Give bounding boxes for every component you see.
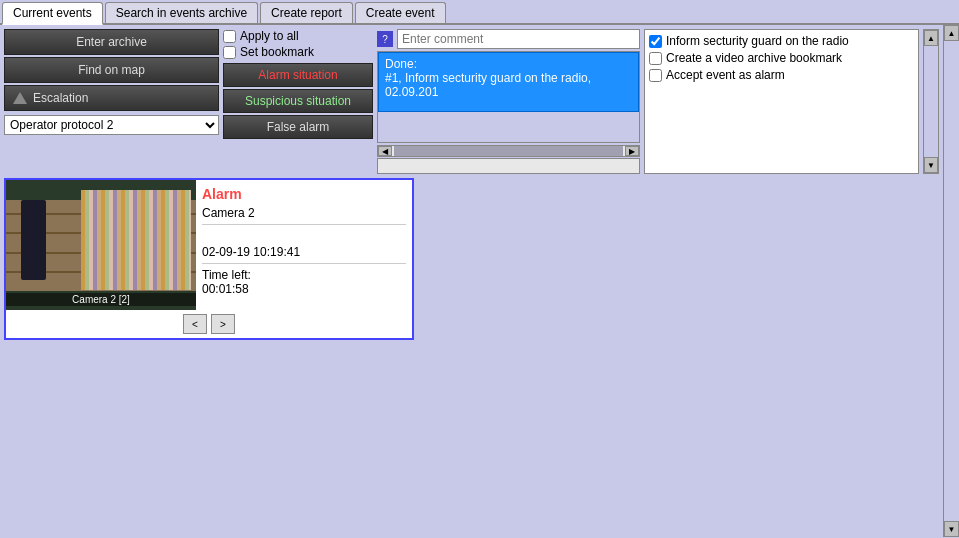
- right-checkbox-2-input[interactable]: [649, 69, 662, 82]
- set-bookmark-label: Set bookmark: [240, 45, 314, 59]
- done-container: Done: #1, Inform secturity guard on the …: [377, 51, 640, 143]
- find-on-map-button[interactable]: Find on map: [4, 57, 219, 83]
- right-checkbox-0-label: Inform secturity guard on the radio: [666, 34, 849, 48]
- checkboxes-row: Apply to all Set bookmark: [223, 29, 373, 59]
- escalation-icon: [13, 92, 27, 104]
- products: [81, 190, 191, 290]
- comment-section: ? Done: #1, Inform secturity guard on th…: [377, 29, 640, 174]
- comment-input[interactable]: [397, 29, 640, 49]
- escalation-label: Escalation: [33, 91, 88, 105]
- alarm-title: Alarm: [202, 186, 406, 202]
- right-checkbox-2[interactable]: Accept event as alarm: [649, 68, 914, 82]
- scroll-left-button[interactable]: ◀: [378, 146, 392, 156]
- cctv-image: Camera 2 [2]: [6, 180, 196, 310]
- global-scroll-down[interactable]: ▼: [944, 521, 959, 537]
- tab-search-archive[interactable]: Search in events archive: [105, 2, 258, 23]
- camera-nav: < >: [6, 310, 412, 338]
- camera-overlay-label: Camera 2 [2]: [6, 293, 196, 306]
- set-bookmark-input[interactable]: [223, 46, 236, 59]
- false-alarm-button[interactable]: False alarm: [223, 115, 373, 139]
- enter-archive-button[interactable]: Enter archive: [4, 29, 219, 55]
- right-checkbox-1-label: Create a video archive bookmark: [666, 51, 842, 65]
- horizontal-scrollbar[interactable]: ◀ ▶: [377, 145, 640, 157]
- escalation-button[interactable]: Escalation: [4, 85, 219, 111]
- done-spacer: [378, 112, 639, 142]
- done-label: Done:: [385, 57, 632, 71]
- scroll-right-button[interactable]: ▶: [625, 146, 639, 156]
- done-box: Done: #1, Inform secturity guard on the …: [378, 52, 639, 112]
- situation-buttons: Alarm situation Suspicious situation Fal…: [223, 63, 373, 139]
- camera-name: Camera 2: [202, 206, 406, 225]
- right-panel-scrollbar: ▲ ▼: [923, 29, 939, 174]
- comment-header: ?: [377, 29, 640, 49]
- info-spacer: [202, 229, 406, 245]
- done-text: #1, Inform secturity guard on the radio,…: [385, 71, 632, 99]
- bottom-section: Camera 2 [2] Alarm Camera 2 02-09-19 10:…: [4, 178, 939, 340]
- left-panel: Enter archive Find on map Escalation Ope…: [4, 29, 219, 174]
- content-area: Enter archive Find on map Escalation Ope…: [0, 25, 959, 344]
- right-checkbox-1-input[interactable]: [649, 52, 662, 65]
- right-checkbox-0[interactable]: Inform secturity guard on the radio: [649, 34, 914, 48]
- operator-select[interactable]: Operator protocol 2: [4, 115, 219, 135]
- comment-bottom-scroll: [377, 158, 640, 174]
- time-left-value: 00:01:58: [202, 282, 406, 296]
- help-button[interactable]: ?: [377, 31, 393, 47]
- global-scroll-up[interactable]: ▲: [944, 25, 959, 41]
- time-left-label: Time left:: [202, 268, 406, 282]
- checkboxes-and-buttons: Apply to all Set bookmark Alarm situatio…: [223, 29, 373, 174]
- alarm-situation-button[interactable]: Alarm situation: [223, 63, 373, 87]
- set-bookmark-checkbox[interactable]: Set bookmark: [223, 45, 373, 59]
- tab-create-report[interactable]: Create report: [260, 2, 353, 23]
- right-scroll-track: [924, 46, 938, 157]
- right-checkboxes-panel: Inform secturity guard on the radio Crea…: [644, 29, 919, 174]
- camera-card: Camera 2 [2] Alarm Camera 2 02-09-19 10:…: [4, 178, 414, 340]
- camera-info: Alarm Camera 2 02-09-19 10:19:41 Time le…: [196, 180, 412, 310]
- global-scrollbar: ▲ ▼: [943, 25, 959, 537]
- suspicious-situation-button[interactable]: Suspicious situation: [223, 89, 373, 113]
- operator-row: Operator protocol 2: [4, 115, 219, 135]
- scroll-thumb[interactable]: [394, 146, 623, 156]
- tab-current-events[interactable]: Current events: [2, 2, 103, 25]
- tab-create-event[interactable]: Create event: [355, 2, 446, 23]
- tab-bar: Current events Search in events archive …: [0, 0, 959, 25]
- camera-prev-button[interactable]: <: [183, 314, 207, 334]
- camera-body: Camera 2 [2] Alarm Camera 2 02-09-19 10:…: [6, 180, 412, 310]
- right-scroll-up[interactable]: ▲: [924, 30, 938, 46]
- apply-to-all-checkbox[interactable]: Apply to all: [223, 29, 373, 43]
- camera-time: 02-09-19 10:19:41: [202, 245, 406, 264]
- top-section: Enter archive Find on map Escalation Ope…: [4, 29, 939, 174]
- global-scroll-track: [944, 41, 959, 521]
- person-silhouette: [21, 200, 46, 280]
- main-wrapper: Enter archive Find on map Escalation Ope…: [0, 25, 959, 537]
- right-scroll-down[interactable]: ▼: [924, 157, 938, 173]
- apply-to-all-label: Apply to all: [240, 29, 299, 43]
- camera-next-button[interactable]: >: [211, 314, 235, 334]
- apply-to-all-input[interactable]: [223, 30, 236, 43]
- right-checkbox-0-input[interactable]: [649, 35, 662, 48]
- right-checkbox-1[interactable]: Create a video archive bookmark: [649, 51, 914, 65]
- right-checkbox-2-label: Accept event as alarm: [666, 68, 785, 82]
